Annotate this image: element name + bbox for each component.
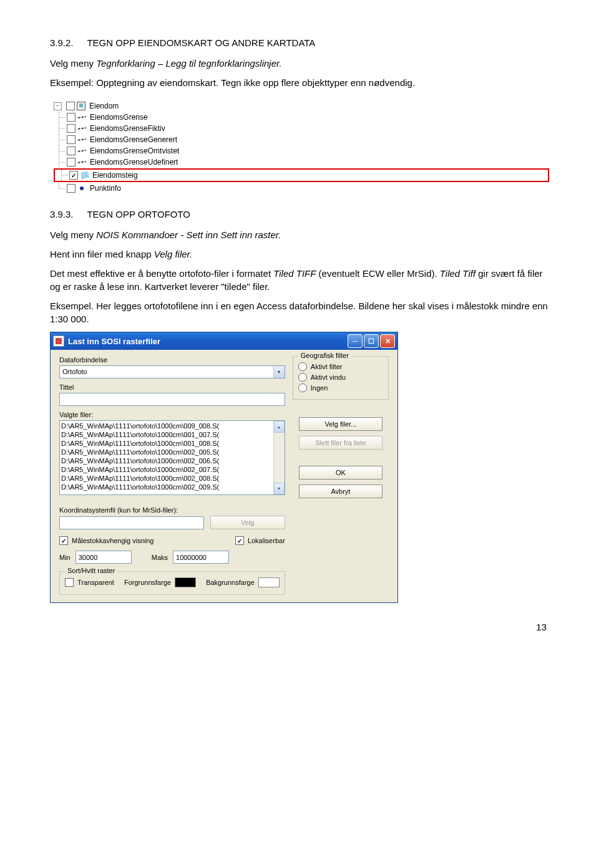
- tree-item-label: EiendomsGrenseFiktiv: [88, 124, 165, 133]
- checkbox-malestokk[interactable]: [59, 536, 68, 545]
- radio-icon[interactable]: [298, 373, 307, 382]
- velg-button: Velg: [210, 516, 285, 529]
- tittel-input[interactable]: [59, 393, 285, 406]
- radio-ingen[interactable]: Ingen: [298, 383, 383, 392]
- dropdown-arrow-icon[interactable]: [273, 366, 285, 378]
- scroll-track[interactable]: [274, 433, 285, 483]
- section-number: 3.9.2.: [50, 37, 74, 48]
- tree-item[interactable]: EiendomsGrenseOmtvistet: [54, 145, 549, 157]
- ok-button[interactable]: OK: [299, 466, 382, 480]
- text: (eventuelt ECW eller MrSid).: [316, 268, 439, 279]
- maks-label: Maks: [152, 554, 168, 561]
- maximize-button[interactable]: ☐: [364, 334, 379, 348]
- checkbox[interactable]: [67, 135, 75, 144]
- radio-icon[interactable]: [298, 362, 307, 371]
- checkbox[interactable]: [67, 124, 75, 133]
- line-layer-icon: [77, 147, 86, 155]
- foreground-color-swatch[interactable]: [175, 577, 196, 587]
- text: Velg meny: [50, 229, 96, 240]
- close-button[interactable]: ✕: [380, 334, 395, 348]
- section-heading: 3.9.3. TEGN OPP ORTOFOTO: [50, 209, 549, 219]
- app-icon: [53, 335, 64, 347]
- radio-aktivt-filter[interactable]: Aktivt filter: [298, 362, 383, 371]
- file-listbox[interactable]: D:\AR5_WinMAp\1111\ortofoto\1000cm\009_0…: [59, 420, 285, 495]
- list-item[interactable]: D:\AR5_WinMAp\1111\ortofoto\1000cm\002_0…: [61, 474, 283, 483]
- checkbox[interactable]: [66, 102, 75, 110]
- tittel-label: Tittel: [59, 383, 285, 391]
- line-layer-icon: [77, 135, 86, 144]
- radio-label: Aktivt filter: [311, 363, 343, 370]
- valgte-filer-label: Valgte filer:: [59, 411, 285, 418]
- tree-item-label: Eiendomsteig: [90, 171, 138, 180]
- format-name-text: Tiled Tiff: [440, 268, 475, 279]
- tree-item-label: EiendomsGrenseGenerert: [88, 135, 177, 144]
- checkbox-lokaliserbar[interactable]: [235, 536, 244, 545]
- checkbox[interactable]: [67, 184, 75, 193]
- min-input[interactable]: [75, 551, 132, 564]
- line-layer-icon: [77, 158, 86, 166]
- radio-label: Aktivt vindu: [311, 374, 346, 381]
- velg-filer-button[interactable]: Velg filer...: [299, 417, 382, 431]
- tree-item[interactable]: EiendomsGrenseGenerert: [54, 134, 549, 145]
- line-layer-icon: [77, 124, 86, 133]
- checkbox[interactable]: [67, 147, 75, 155]
- list-item[interactable]: D:\AR5_WinMAp\1111\ortofoto\1000cm\002_0…: [61, 456, 283, 465]
- list-item[interactable]: D:\AR5_WinMAp\1111\ortofoto\1000cm\002_0…: [61, 465, 283, 474]
- background-color-swatch[interactable]: [258, 577, 280, 587]
- button-name-text: Velg filer.: [154, 249, 192, 259]
- bakgrunn-label: Bakgrunnsfarge: [206, 579, 255, 586]
- tree-root-row[interactable]: − Eiendom: [54, 100, 549, 112]
- list-item[interactable]: D:\AR5_WinMAp\1111\ortofoto\1000cm\009_0…: [61, 422, 283, 430]
- geo-filter-group-label: Geografisk filter: [298, 352, 351, 359]
- text: Det mest effektive er å benytte ortofoto…: [50, 268, 273, 279]
- polygon-layer-icon: [80, 171, 89, 180]
- tree-item-label: EiendomsGrense: [88, 113, 148, 122]
- tree-item-label: EiendomsGrenseUdefinert: [88, 158, 178, 166]
- tree-item[interactable]: EiendomsGrense: [54, 112, 549, 123]
- koord-label: Koordinatsystemfil (kun for MrSid-filer)…: [59, 506, 285, 514]
- checkbox-checked[interactable]: [69, 171, 78, 180]
- koord-input[interactable]: [59, 516, 204, 529]
- tree-collapse-icon[interactable]: −: [54, 102, 62, 110]
- list-item[interactable]: D:\AR5_WinMAp\1111\ortofoto\1000cm\002_0…: [61, 448, 283, 456]
- tree-item[interactable]: EiendomsGrenseFiktiv: [54, 123, 549, 134]
- scroll-down-icon[interactable]: ▾: [274, 483, 285, 494]
- checkbox-transparent[interactable]: [65, 578, 74, 587]
- list-item[interactable]: D:\AR5_WinMAp\1111\ortofoto\1000cm\001_0…: [61, 439, 283, 448]
- tree-item-selected[interactable]: Eiendomsteig: [56, 170, 547, 181]
- list-item[interactable]: D:\AR5_WinMAp\1111\ortofoto\1000cm\001_0…: [61, 430, 283, 439]
- transparent-label: Transparent: [77, 579, 114, 586]
- malestokk-label: Målestokkavhengig visning: [72, 537, 153, 544]
- min-label: Min: [59, 554, 71, 561]
- slett-filer-button: Slett filer fra liste: [299, 436, 382, 450]
- tree-item[interactable]: Punktinfo: [54, 183, 549, 194]
- line-layer-icon: [77, 113, 86, 122]
- scrollbar[interactable]: ▴ ▾: [273, 421, 285, 494]
- list-item[interactable]: D:\AR5_WinMAp\1111\ortofoto\1000cm\002_0…: [61, 483, 283, 491]
- radio-label: Ingen: [311, 384, 328, 392]
- paragraph: Velg meny NOIS Kommandoer - Sett inn Set…: [50, 228, 549, 241]
- paragraph: Velg meny Tegnforklaring – Legg til tegn…: [50, 57, 549, 70]
- section-heading: 3.9.2. TEGN OPP EIENDOMSKART OG ANDRE KA…: [50, 37, 549, 48]
- radio-icon[interactable]: [298, 383, 307, 392]
- dialog-title: Last inn SOSI rasterfiler: [68, 337, 348, 346]
- section-title: TEGN OPP EIENDOMSKART OG ANDRE KARTDATA: [87, 37, 315, 48]
- lokaliserbar-label: Lokaliserbar: [248, 537, 285, 544]
- radio-aktivt-vindu[interactable]: Aktivt vindu: [298, 373, 383, 382]
- scroll-up-icon[interactable]: ▴: [274, 421, 285, 433]
- text: Hent inn filer med knapp: [50, 249, 154, 259]
- minimize-button[interactable]: ─: [348, 334, 363, 348]
- section-title: TEGN OPP ORTOFOTO: [87, 209, 190, 219]
- layer-tree[interactable]: − Eiendom EiendomsGrense EiendomsGrenseF…: [54, 100, 549, 194]
- tree-item[interactable]: EiendomsGrenseUdefinert: [54, 157, 549, 168]
- raster-dialog: Last inn SOSI rasterfiler ─ ☐ ✕ Dataforb…: [50, 332, 398, 603]
- dialog-titlebar[interactable]: Last inn SOSI rasterfiler ─ ☐ ✕: [51, 332, 397, 350]
- avbryt-button[interactable]: Avbryt: [299, 485, 382, 498]
- maks-input[interactable]: [173, 551, 229, 564]
- forgrunn-label: Forgrunnsfarge: [124, 579, 171, 586]
- dataforbindelse-dropdown[interactable]: Ortofoto: [59, 365, 285, 379]
- menu-path-text: Tegnforklaring – Legg til tegnforklaring…: [96, 58, 281, 69]
- text: Velg meny: [50, 58, 96, 69]
- checkbox[interactable]: [67, 158, 75, 166]
- checkbox[interactable]: [67, 113, 75, 122]
